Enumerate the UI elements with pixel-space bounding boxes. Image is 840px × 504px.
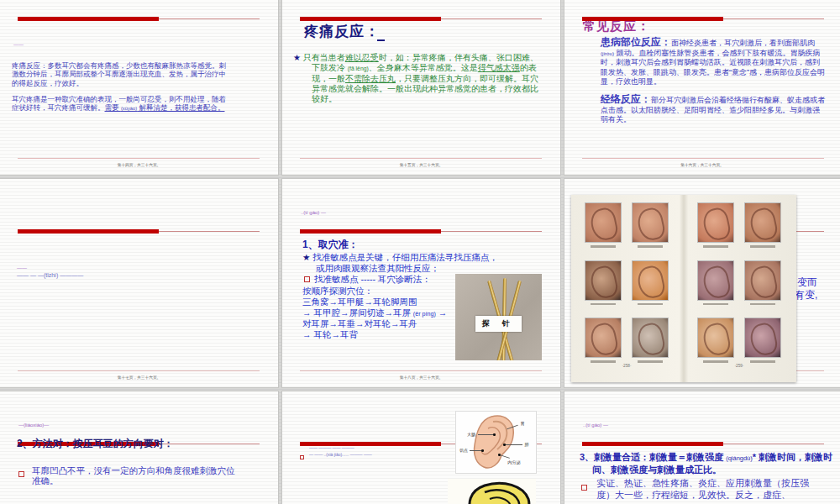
slide-thumbnail-20[interactable]: —(liáoxiào)— 2、方法对：按压耳豆的方向要对： 耳廓凹凸不平，没有一… <box>0 391 278 504</box>
book-right-page: ·259· <box>689 203 790 371</box>
slide-thumbnail-18[interactable]: ..(tí gāo) — 1、取穴准： ★ 找准敏感点是关键，仔细用压痛法寻找压… <box>282 179 560 387</box>
star-bullet-icon: ★ <box>302 252 312 262</box>
tiny-annotation: ..(tí gāo) — <box>301 210 326 215</box>
pinyin-annotation: (xūyào) <box>121 106 137 111</box>
underlined-phrase: 需要 (xūyào) 解释清楚，获得患者配合。 <box>105 103 225 112</box>
slide-title: 2、方法对：按压耳豆的方向要对： <box>17 437 174 451</box>
body-paragraph-2: 经络反应：部分耳穴刺激后会沿着经络循行有酸麻、蚁走感或者点击感。以太阳膀胱经、足… <box>601 95 826 125</box>
label-pointer-line <box>478 434 493 435</box>
section-heading: 1、取穴准： <box>302 238 359 252</box>
label-pointer-line <box>506 444 522 445</box>
body-paragraph-1: 疼痛反应：多数耳穴都会有疼痛感，少数也有酸麻胀热凉等感觉。刺激数分钟后，耳廓局部… <box>12 61 233 87</box>
title-accent-bar <box>300 229 441 234</box>
title-accent-bar <box>300 17 441 21</box>
title-accent-bar <box>582 442 723 446</box>
ear-photo <box>633 203 668 248</box>
footer-divider-line <box>300 158 542 159</box>
slide-thumbnail-17[interactable]: —— —— — —(tǐzhì) ———— 第十七页，共三十六页。 <box>0 179 278 387</box>
label-hunger-point: 饥点 <box>459 448 468 454</box>
title-accent-bar <box>300 442 441 446</box>
tiny-annotation: —(liáoxiào)— <box>18 423 49 428</box>
ear-atlas-book-photo: ·258· ·259· <box>571 195 796 382</box>
slide-footer-page-number: 第十六页，共三十六页。 <box>595 162 810 168</box>
book-left-page: ·258· <box>576 203 677 371</box>
photo-caption-label: 探 针 <box>475 316 522 332</box>
slide-thumbnail-21[interactable]: —— ——— —— ——— — —— ..(xià jiǎo)...... ——… <box>282 391 560 504</box>
acupoint-dot <box>493 433 496 436</box>
slide-thumbnail-15[interactable]: 疼痛反应： ★ 只有当患者难以忍受时，如：异常疼痛，伴有头痛、张口困难、下肢发冷… <box>282 0 560 175</box>
label-large-intestine: 大肠 <box>467 432 475 438</box>
slide-footer-page-number: 第十五页，共三十六页。 <box>312 162 529 168</box>
slide-footer-page-number: 第十七页，共三十六页。 <box>30 375 247 381</box>
star-bullet-icon: ★ <box>293 53 303 62</box>
tiny-annotation: —— <box>17 265 27 270</box>
slide-thumbnail-14[interactable]: —— 疼痛反应：多数耳穴都会有疼痛感，少数也有酸麻胀热凉等感觉。刺激数分钟后，耳… <box>0 0 278 175</box>
slide-thumbnail-19[interactable]: ·258· ·259· 变而 有变, 第十九页，共三十六页。 <box>564 179 840 387</box>
bullet-text: 实证、热证、急性疼痛、炎症、应用刺激量（按压强度）大一些，疗程缩短，见效快。反之… <box>596 478 816 501</box>
label-pointer-line <box>470 450 481 451</box>
body-paragraph-2: 耳穴疼痛是一种取穴准确的表现，一般尚可忍受，则不用处理，随着症状好转，耳穴疼痛可… <box>12 95 233 113</box>
ear-photo <box>698 318 733 363</box>
square-bullet-icon <box>300 450 308 465</box>
slide-thumbnail-16[interactable]: 常见反应： 患病部位反应：面神经炎患者，耳穴刺激后，看到面部肌肉 (jīròu)… <box>564 0 840 175</box>
ear-photo <box>585 318 621 363</box>
footer-divider-line <box>18 370 260 371</box>
footer-divider-line <box>18 158 260 159</box>
slide-thumbnail-22[interactable]: ..(tí gāo) — 3、刺激量合适：刺激量＝刺激强度 (qiángdù)*… <box>564 391 840 504</box>
section-heading: 3、刺激量合适：刺激量＝刺激强度 (qiángdù)* 刺激时间，刺激时间、刺激… <box>580 452 837 475</box>
square-bullet-icon <box>18 467 29 482</box>
ear-acupoint-diagram: 大肠 饥点 胃 肺 内分泌 <box>456 412 536 473</box>
probe-tools-photo: 探 针 <box>455 274 542 360</box>
bullet-text: 耳廓凹凸不平，没有一定的方向和角度很难刺激穴位准确。 <box>32 465 238 486</box>
slide-title: 疼痛反应： <box>304 22 380 41</box>
tiny-annotation: ..(tí gāo) — <box>583 423 608 428</box>
ear-photo <box>745 203 780 248</box>
pinyin-annotation: (ěr píng) <box>413 311 436 318</box>
pinyin-annotation: (jīròu) <box>601 50 614 56</box>
square-bullet-icon <box>581 480 591 496</box>
label-lung: 肺 <box>524 442 528 449</box>
ear-photo <box>745 261 780 306</box>
tiny-annotation-2: — —— ..(xià jiǎo)...... ——— —— <box>309 452 372 456</box>
ear-photo <box>633 318 668 363</box>
ear-photo <box>585 261 621 306</box>
ear-photo <box>698 261 733 306</box>
ear-photo <box>585 203 621 248</box>
tiny-annotation: —— <box>13 42 24 47</box>
title-accent-bar <box>18 229 159 234</box>
ear-photo <box>745 318 780 363</box>
label-endocrine: 内分泌 <box>507 459 520 466</box>
title-cursor-mark <box>377 39 385 41</box>
slide-footer-page-number: 第十八页，共三十六页。 <box>312 375 529 381</box>
pinyin-annotation: (qiángdù) <box>726 454 753 462</box>
body-text: ★ 只有当患者难以忍受时，如：异常疼痛，伴有头痛、张口困难、下肢发冷 (fā l… <box>293 53 538 104</box>
body-paragraph-1: 患病部位反应：面神经炎患者，耳穴刺激后，看到面部肌肉 (jīròu) 颤动。血栓… <box>601 38 826 87</box>
ear-photo <box>633 261 668 306</box>
footer-divider-line <box>300 370 542 371</box>
paragraph-lead-in: 经络反应： <box>601 93 651 105</box>
square-bullet-icon <box>304 276 310 282</box>
footer-divider-line <box>582 158 824 159</box>
label-stomach: 胃 <box>520 421 524 428</box>
slide-footer-page-number: 第十四页，共三十六页。 <box>30 162 247 168</box>
clipped-side-text-2: 有变, <box>795 288 817 302</box>
cartoon-ear-illustration <box>448 479 536 504</box>
ear-photo <box>698 203 733 248</box>
title-accent-bar <box>582 17 723 21</box>
book-page-number: ·258· <box>586 364 667 368</box>
tiny-annotation-2: —— — —(tǐzhì) ———— <box>17 272 83 278</box>
slide-sorter-grid: —— 疼痛反应：多数耳穴都会有疼痛感，少数也有酸麻胀热凉等感觉。刺激数分钟后，耳… <box>0 0 840 504</box>
pinyin-annotation: (fā lěng) <box>348 66 369 71</box>
title-accent-bar <box>18 17 159 21</box>
book-page-number: ·259· <box>699 364 780 368</box>
paragraph-lead-in: 患病部位反应： <box>601 36 671 48</box>
acupoint-dot <box>481 449 484 452</box>
